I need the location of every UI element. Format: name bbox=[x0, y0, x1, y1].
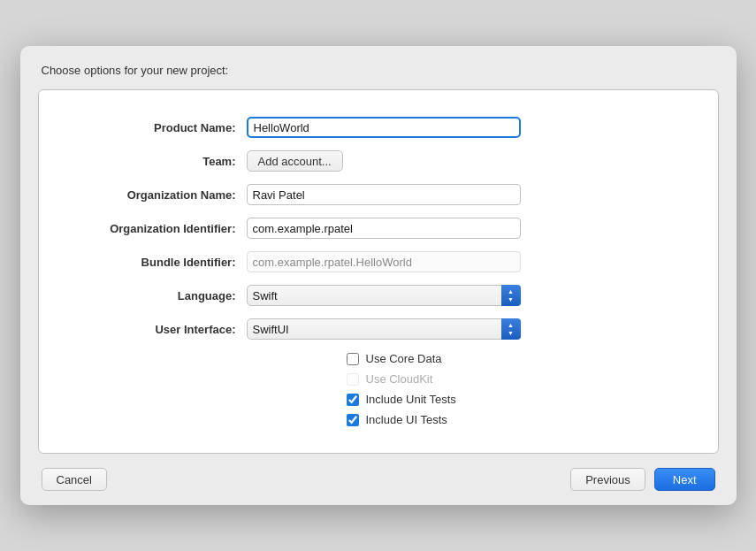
dialog-footer: Cancel Previous Next bbox=[38, 468, 719, 491]
new-project-dialog: Choose options for your new project: Pro… bbox=[20, 46, 737, 505]
previous-button[interactable]: Previous bbox=[570, 468, 645, 491]
product-name-row: Product Name: bbox=[39, 117, 718, 138]
use-cloudkit-label: Use CloudKit bbox=[366, 372, 433, 386]
include-unit-tests-label: Include Unit Tests bbox=[366, 393, 456, 406]
include-unit-tests-checkbox[interactable] bbox=[347, 394, 359, 406]
language-select-wrapper: Swift Objective-C bbox=[247, 285, 521, 306]
org-name-row: Organization Name: bbox=[39, 184, 718, 205]
use-cloudkit-row: Use CloudKit bbox=[39, 372, 718, 386]
form-panel: Product Name: Team: Add account... Organ… bbox=[38, 89, 719, 454]
language-select[interactable]: Swift Objective-C bbox=[247, 285, 521, 306]
use-cloudkit-checkbox[interactable] bbox=[347, 373, 359, 386]
include-unit-tests-row: Include Unit Tests bbox=[39, 393, 718, 406]
footer-right-buttons: Previous Next bbox=[570, 468, 714, 491]
next-button[interactable]: Next bbox=[654, 468, 715, 491]
product-name-label: Product Name: bbox=[74, 121, 247, 134]
team-row: Team: Add account... bbox=[39, 150, 718, 172]
use-core-data-row: Use Core Data bbox=[39, 352, 718, 365]
use-core-data-checkbox[interactable] bbox=[347, 353, 359, 365]
org-id-input[interactable] bbox=[247, 218, 521, 239]
include-ui-tests-checkbox[interactable] bbox=[347, 414, 359, 426]
cancel-button[interactable]: Cancel bbox=[42, 468, 107, 491]
bundle-id-label: Bundle Identifier: bbox=[74, 256, 247, 269]
ui-label: User Interface: bbox=[74, 323, 247, 336]
org-name-input[interactable] bbox=[247, 184, 521, 205]
ui-row: User Interface: SwiftUI Storyboard bbox=[39, 318, 718, 340]
bundle-id-value: com.example.rpatel.HelloWorld bbox=[247, 251, 521, 272]
ui-select[interactable]: SwiftUI Storyboard bbox=[247, 318, 521, 340]
checkboxes-section: Use Core Data Use CloudKit Include Unit … bbox=[39, 352, 718, 426]
product-name-input[interactable] bbox=[247, 117, 521, 138]
language-row: Language: Swift Objective-C bbox=[39, 285, 718, 306]
add-account-button[interactable]: Add account... bbox=[247, 150, 343, 172]
bundle-id-row: Bundle Identifier: com.example.rpatel.He… bbox=[39, 251, 718, 272]
org-id-label: Organization Identifier: bbox=[74, 222, 247, 235]
use-core-data-label: Use Core Data bbox=[366, 352, 442, 365]
org-name-label: Organization Name: bbox=[74, 188, 247, 202]
org-id-row: Organization Identifier: bbox=[39, 218, 718, 239]
team-label: Team: bbox=[74, 155, 247, 168]
dialog-title: Choose options for your new project: bbox=[38, 64, 719, 77]
include-ui-tests-row: Include UI Tests bbox=[39, 413, 718, 426]
include-ui-tests-label: Include UI Tests bbox=[366, 413, 447, 426]
language-label: Language: bbox=[74, 289, 247, 302]
ui-select-wrapper: SwiftUI Storyboard bbox=[247, 318, 521, 340]
